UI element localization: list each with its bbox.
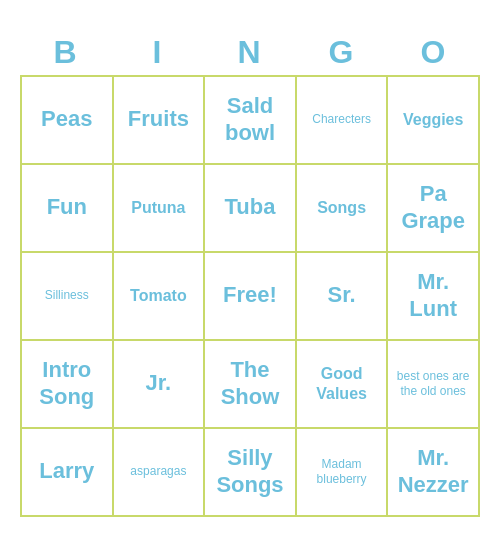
cell-text: Fruits bbox=[128, 106, 189, 132]
bingo-cell[interactable]: Tomato bbox=[114, 253, 206, 341]
bingo-cell[interactable]: Mr. Nezzer bbox=[388, 429, 480, 517]
header-letter: B bbox=[20, 28, 112, 75]
cell-text: Veggies bbox=[403, 110, 463, 129]
bingo-cell[interactable]: Intro Song bbox=[22, 341, 114, 429]
cell-text: Silly Songs bbox=[209, 445, 291, 498]
bingo-cell[interactable]: Madam blueberry bbox=[297, 429, 389, 517]
cell-text: Peas bbox=[41, 106, 92, 132]
cell-text: Silliness bbox=[45, 288, 89, 302]
cell-text: Fun bbox=[47, 194, 87, 220]
bingo-cell[interactable]: Veggies bbox=[388, 77, 480, 165]
bingo-cell[interactable]: Peas bbox=[22, 77, 114, 165]
bingo-cell[interactable]: Sr. bbox=[297, 253, 389, 341]
cell-text: Sr. bbox=[328, 282, 356, 308]
bingo-cell[interactable]: Silly Songs bbox=[205, 429, 297, 517]
bingo-cell[interactable]: Mr. Lunt bbox=[388, 253, 480, 341]
cell-text: asparagas bbox=[130, 464, 186, 478]
cell-text: Tomato bbox=[130, 286, 187, 305]
header-letter: I bbox=[112, 28, 204, 75]
header-letter: G bbox=[296, 28, 388, 75]
header-letter: N bbox=[204, 28, 296, 75]
bingo-cell[interactable]: Fruits bbox=[114, 77, 206, 165]
bingo-grid: PeasFruitsSald bowlCharectersVeggiesFunP… bbox=[20, 75, 480, 517]
bingo-cell[interactable]: Pa Grape bbox=[388, 165, 480, 253]
bingo-cell[interactable]: Silliness bbox=[22, 253, 114, 341]
bingo-cell[interactable]: Jr. bbox=[114, 341, 206, 429]
cell-text: Sald bowl bbox=[209, 93, 291, 146]
bingo-cell[interactable]: Charecters bbox=[297, 77, 389, 165]
cell-text: Mr. Lunt bbox=[392, 269, 474, 322]
bingo-cell[interactable]: Putuna bbox=[114, 165, 206, 253]
bingo-cell[interactable]: Sald bowl bbox=[205, 77, 297, 165]
cell-text: Tuba bbox=[225, 194, 276, 220]
cell-text: Putuna bbox=[131, 198, 185, 217]
bingo-cell[interactable]: Tuba bbox=[205, 165, 297, 253]
bingo-cell[interactable]: best ones are the old ones bbox=[388, 341, 480, 429]
bingo-cell[interactable]: asparagas bbox=[114, 429, 206, 517]
bingo-cell[interactable]: Good Values bbox=[297, 341, 389, 429]
cell-text: best ones are the old ones bbox=[392, 369, 474, 398]
cell-text: Mr. Nezzer bbox=[392, 445, 474, 498]
bingo-cell[interactable]: Larry bbox=[22, 429, 114, 517]
cell-text: Jr. bbox=[146, 370, 172, 396]
header-letter: O bbox=[388, 28, 480, 75]
cell-text: Intro Song bbox=[26, 357, 108, 410]
cell-text: Larry bbox=[39, 458, 94, 484]
cell-text: Pa Grape bbox=[392, 181, 474, 234]
cell-text: Charecters bbox=[312, 112, 371, 126]
bingo-header: BINGO bbox=[20, 28, 480, 75]
cell-text: Madam blueberry bbox=[301, 457, 383, 486]
cell-text: Songs bbox=[317, 198, 366, 217]
bingo-cell[interactable]: Songs bbox=[297, 165, 389, 253]
bingo-cell[interactable]: The Show bbox=[205, 341, 297, 429]
cell-text: Good Values bbox=[301, 364, 383, 402]
bingo-card: BINGO PeasFruitsSald bowlCharectersVeggi… bbox=[20, 28, 480, 517]
cell-text: Free! bbox=[223, 282, 277, 308]
bingo-cell[interactable]: Free! bbox=[205, 253, 297, 341]
bingo-cell[interactable]: Fun bbox=[22, 165, 114, 253]
cell-text: The Show bbox=[209, 357, 291, 410]
